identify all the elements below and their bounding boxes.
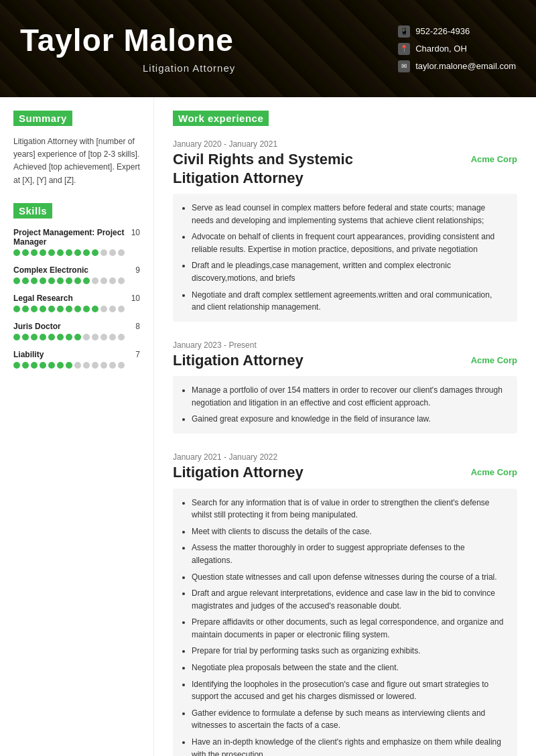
job-header: Litigation AttorneyAcme Corp: [173, 463, 517, 482]
skill-dot: [31, 277, 38, 284]
bullet-item: Have an in-depth knowledge of the client…: [192, 736, 507, 756]
skill-dot: [92, 306, 98, 312]
skill-dot: [109, 277, 116, 284]
skill-dot: [100, 306, 107, 312]
skill-name: Liability: [13, 350, 44, 359]
header: Taylor Malone Litigation Attorney 📱 952-…: [0, 0, 536, 97]
skill-dot: [13, 306, 20, 312]
bullet-item: Identifying the loopholes in the prosecu…: [192, 678, 507, 703]
skill-dot: [57, 334, 64, 340]
bullet-item: Serve as lead counsel in complex matters…: [192, 202, 507, 227]
bullet-item: Negotiate plea proposals between the sta…: [192, 662, 507, 674]
skill-item: Liability7: [13, 350, 140, 369]
skill-name: Juris Doctor: [13, 322, 61, 331]
skill-dot: [83, 249, 90, 256]
skill-dots: [13, 334, 140, 340]
skill-dot: [92, 362, 98, 369]
skill-dot: [48, 362, 55, 369]
skill-item: Juris Doctor8: [13, 322, 140, 340]
skill-dot: [92, 249, 98, 256]
location-contact: 📍 Chardon, OH: [398, 43, 516, 55]
skill-dot: [109, 249, 116, 256]
skill-dot: [22, 306, 29, 312]
skill-dots: [13, 249, 140, 256]
skill-dot: [83, 334, 90, 340]
skill-score: 10: [131, 228, 140, 237]
header-left: Taylor Malone Litigation Attorney: [0, 10, 378, 88]
skill-score: 9: [135, 265, 140, 275]
skill-dots: [13, 306, 140, 312]
skill-dot: [57, 362, 64, 369]
skill-name: Legal Research: [13, 294, 73, 303]
bullet-item: Negotiate and draft complex settlement a…: [192, 289, 507, 314]
skill-dot: [118, 362, 125, 369]
skill-dot: [74, 306, 81, 312]
skill-name: Complex Electronic: [13, 265, 88, 275]
skill-score: 7: [135, 350, 140, 359]
skill-dot: [22, 334, 29, 340]
skill-dot: [83, 362, 90, 369]
location-text: Chardon, OH: [415, 44, 467, 54]
skills-section: Skills Project Management: Project Manag…: [13, 203, 140, 369]
job-entry: January 2023 - PresentLitigation Attorne…: [173, 340, 517, 434]
skill-dot: [22, 249, 29, 256]
skill-dot: [40, 362, 46, 369]
skill-dot: [40, 277, 46, 284]
job-entry: January 2021 - January 2022Litigation At…: [173, 452, 517, 756]
skill-dot: [40, 249, 46, 256]
skill-dot: [100, 249, 107, 256]
skill-dot: [74, 334, 81, 340]
job-title: Litigation Attorney: [173, 463, 304, 482]
skill-dot: [31, 362, 38, 369]
skill-dot: [92, 277, 98, 284]
job-date: January 2020 - January 2021: [173, 139, 517, 149]
job-title: Litigation Attorney: [173, 351, 304, 370]
bullet-item: Gained great exposure and knowledge in t…: [192, 413, 507, 426]
bullet-item: Draft and le pleadings,case management, …: [192, 259, 507, 284]
summary-text: Litigation Attorney with [number of year…: [13, 135, 140, 187]
skill-dot: [109, 362, 116, 369]
bullet-item: Assess the matter thoroughly in order to…: [192, 542, 507, 566]
skill-dot: [66, 277, 72, 284]
skill-dot: [31, 334, 38, 340]
skill-dot: [40, 334, 46, 340]
skill-item: Project Management: Project Manager10: [13, 228, 140, 256]
job-bullets: Search for any information that is of va…: [173, 489, 517, 756]
job-date: January 2023 - Present: [173, 340, 517, 350]
skill-dot: [118, 277, 125, 284]
skill-dot: [66, 249, 72, 256]
skill-dot: [118, 249, 125, 256]
job-date: January 2021 - January 2022: [173, 452, 517, 462]
skill-dot: [66, 334, 72, 340]
phone-icon: 📱: [398, 25, 410, 38]
skill-dot: [74, 277, 81, 284]
job-company: Acme Corp: [471, 154, 517, 164]
work-content: Work experience January 2020 - January 2…: [154, 97, 536, 756]
skill-dot: [100, 334, 107, 340]
skill-dot: [57, 306, 64, 312]
work-section-title: Work experience: [173, 111, 269, 126]
bullet-item: Gather evidence to formulate a defense b…: [192, 707, 507, 732]
skill-dot: [74, 249, 81, 256]
skills-section-title: Skills: [13, 203, 52, 218]
candidate-title: Litigation Attorney: [20, 62, 358, 74]
phone-contact: 📱 952-226-4936: [398, 25, 516, 38]
bullet-item: Prepare affidavits or other documents, s…: [192, 616, 507, 641]
skill-dot: [57, 249, 64, 256]
skill-item: Legal Research10: [13, 294, 140, 312]
skill-dot: [13, 362, 20, 369]
bullet-item: Search for any information that is of va…: [192, 497, 507, 521]
skill-dot: [13, 277, 20, 284]
bullet-item: Question state witnesses and call upon d…: [192, 571, 507, 584]
bullet-item: Advocate on behalf of clients in frequen…: [192, 231, 507, 255]
job-company: Acme Corp: [471, 355, 517, 365]
skill-dot: [118, 334, 125, 340]
skill-dot: [92, 334, 98, 340]
job-header: Litigation AttorneyAcme Corp: [173, 351, 517, 370]
job-title: Civil Rights and SystemicLitigation Atto…: [173, 150, 353, 187]
summary-section-title: Summary: [13, 111, 72, 126]
skill-dot: [83, 277, 90, 284]
skill-dot: [48, 277, 55, 284]
phone-number: 952-226-4936: [415, 26, 470, 36]
skill-dot: [48, 334, 55, 340]
